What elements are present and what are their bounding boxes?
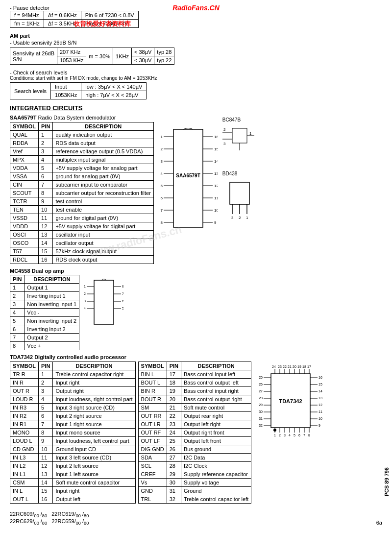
table-cell: RDS clock output [53, 256, 153, 264]
svg-text:16: 16 [318, 376, 322, 379]
table-cell: 4 [10, 309, 24, 317]
table-row: Vref3reference voltage output (0.5 VDDA) [10, 147, 154, 156]
table-row: BOUT L18Bass control output left [138, 379, 251, 387]
table-cell: IN R [10, 379, 39, 387]
table-cell: 57kHz clock signal output [53, 247, 153, 256]
svg-text:13: 13 [214, 171, 218, 176]
table-row: SCL28I2C Clock [138, 462, 251, 470]
mc4558-section: MC4558 Dual op amp PIN DESCRIPTION 1Outp… [10, 268, 382, 350]
table-cell: OUT LF [138, 437, 167, 445]
table-row: OUT R3Output right [10, 387, 136, 395]
mc4558-block: MC4558 Dual op amp PIN DESCRIPTION 1Outp… [10, 268, 79, 350]
table-row: VDDD12+5V supply voltage for digital par… [10, 222, 154, 231]
table-row: OUT L16Output left [10, 495, 136, 504]
table-cell: multiplex input signal [53, 156, 153, 164]
freq-1khz: 1KHz [113, 48, 132, 65]
svg-text:20: 20 [293, 365, 296, 368]
pause-row1-col1: f = 94MHz [10, 11, 44, 20]
table-cell: 11 [39, 454, 53, 462]
svg-text:8: 8 [160, 220, 163, 225]
table-cell: CD GND [10, 445, 39, 454]
table-cell: Vs [138, 479, 167, 487]
table-cell: CSM [10, 479, 39, 487]
mc-col-desc: DESCRIPTION [24, 275, 79, 284]
table-cell: 32 [167, 495, 181, 504]
table-cell: 2 [39, 139, 53, 147]
table-cell: RDDA [10, 139, 39, 147]
table-cell: OSCO [10, 239, 39, 247]
table-row: CREF29Supply reference capacitor [138, 470, 251, 479]
integrated-circuits-section: INTEGRATED CIRCUITS SAA6579T Radio Data … [10, 104, 382, 504]
table-cell: 6 [10, 325, 24, 334]
svg-text:23: 23 [278, 365, 282, 368]
col-description: DESCRIPTION [53, 122, 153, 131]
freq-1053: 1053 KHz [57, 56, 86, 65]
svg-text:SAA6579T: SAA6579T [176, 173, 200, 178]
mc4558-name: MC4558 [10, 268, 30, 274]
table-cell: Ground [181, 487, 251, 495]
table-cell: 21 [167, 404, 181, 412]
table-cell: 2 [10, 292, 24, 300]
svg-text:7: 7 [303, 434, 305, 437]
svg-text:12: 12 [214, 184, 218, 188]
table-cell: Vcc - [24, 309, 79, 317]
radiofans-subtitle: 收音机爱好者资料库 [74, 20, 131, 28]
table-row: OUT RF24Output right front [138, 429, 251, 437]
svg-text:TDA7342: TDA7342 [279, 398, 302, 404]
table-cell: 12 [39, 222, 53, 231]
table-cell: Bass control input left [181, 370, 251, 379]
table-cell: 25 [167, 437, 181, 445]
col-symbol: SYMBOL [10, 122, 39, 131]
table-cell: ground for digital part (0V) [53, 214, 153, 222]
table-cell: Input mono source [53, 429, 135, 437]
svg-text:6: 6 [160, 196, 163, 200]
svg-text:30: 30 [259, 410, 263, 413]
table-row: CSM14Soft mute control capacitor [10, 479, 136, 487]
table-cell: Inverting input 1 [24, 292, 79, 300]
table-row: GND31Ground [138, 487, 251, 495]
integrated-circuits-title: INTEGRATED CIRCUITS [10, 104, 382, 112]
table-cell: 8 [39, 429, 53, 437]
table-cell: 11 [39, 214, 53, 222]
table-row: 2Inverting input 1 [10, 292, 79, 300]
table-cell: SM [138, 404, 167, 412]
svg-text:3: 3 [223, 142, 226, 146]
tda7342-right-table: SYMBOL PIN DESCRIPTION BIN L17Bass contr… [138, 362, 252, 504]
svg-text:1: 1 [246, 216, 248, 220]
chip-svg: SAA6579T 1 2 [159, 124, 218, 232]
table-cell: Output left front [181, 437, 251, 445]
table-cell: OUT L [10, 495, 39, 504]
table-cell: BOUT L [138, 379, 167, 387]
svg-text:26: 26 [259, 383, 263, 386]
table-cell: LOUD L [10, 437, 39, 445]
table-cell: Output left right [181, 420, 251, 429]
tda7342-content: SYMBOL PIN DESCRIPTION TR R1Treble contr… [10, 362, 382, 504]
table-cell: VSSA [10, 172, 39, 181]
svg-text:1: 1 [249, 131, 252, 136]
table-cell: 30 [167, 479, 181, 487]
svg-text:7: 7 [160, 208, 163, 213]
table-cell: Input 3 left source (CD) [53, 454, 135, 462]
table-cell: OUT RR [138, 412, 167, 420]
table-row: T571557kHz clock signal output [10, 247, 154, 256]
table-cell: Input right [53, 379, 135, 387]
table-cell: 18 [167, 379, 181, 387]
table-cell: 10 [39, 445, 53, 454]
table-cell: 5 [39, 164, 53, 172]
svg-text:3: 3 [160, 159, 163, 164]
table-cell: 15 [39, 247, 53, 256]
svg-text:3: 3 [284, 434, 286, 437]
table-row: IN R2Input right [10, 379, 136, 387]
bd438-svg: 3 2 1 [222, 177, 257, 226]
table-row: OSCI13oscillator input [10, 231, 154, 239]
tda7342-name: TDA7342 [10, 354, 33, 360]
svg-text:15: 15 [214, 147, 218, 151]
table-cell: test enable [53, 206, 153, 214]
table-cell: 22 [167, 412, 181, 420]
radiofans-title: RadioFans.CN [98, 4, 294, 12]
table-cell: 6 [39, 412, 53, 420]
pause-row2-col1: fm = 1KHz [10, 20, 44, 28]
table-cell: Input 2 left source [53, 462, 135, 470]
table-cell: +5V supply voltage for analog part [53, 164, 153, 172]
page-number: 6a [376, 520, 382, 526]
